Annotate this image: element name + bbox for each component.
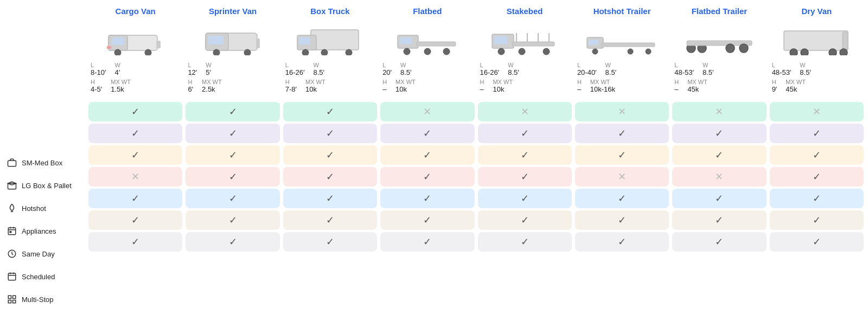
feature-cell: ✕ (575, 167, 669, 187)
spec-l: L20-40′ (577, 62, 597, 76)
check-icon: ✓ (813, 214, 821, 226)
spec-w: W4′ (114, 62, 120, 76)
svg-point-28 (346, 49, 352, 55)
spec-mx_wt: MX WT10k (395, 79, 416, 93)
svg-rect-25 (299, 37, 310, 44)
svg-rect-46 (589, 40, 598, 45)
svg-point-21 (244, 49, 251, 55)
sidebar-item-lg-box-pallet[interactable]: LG Box & Pallet (0, 175, 84, 196)
svg-rect-6 (8, 296, 11, 298)
feature-cell: ✓ (283, 167, 377, 187)
svg-rect-3 (10, 232, 11, 233)
check-icon: ✓ (715, 236, 723, 248)
feature-cell: ✕ (88, 167, 182, 187)
vehicle-column-2: Box TruckL16-26′W8.5′H7-8′MX WT10k✓✓✓✓✓✓… (283, 7, 377, 327)
feature-cell: ✓ (672, 232, 766, 252)
rows-area: ✓✓✓✓✓✓✓ (283, 102, 377, 252)
sm-med-box-icon (7, 157, 17, 168)
check-icon: ✓ (229, 106, 237, 118)
columns-area: Cargo VanL8-10′W4′H4-5′MX WT1.5k✓✓✓✕✓✓✓S… (84, 0, 868, 334)
svg-point-49 (628, 49, 633, 54)
svg-point-58 (790, 49, 797, 55)
feature-cell: ✓ (88, 102, 182, 121)
check-icon: ✓ (326, 171, 334, 183)
appliances-icon (7, 226, 17, 236)
spec-w: W8.5′ (400, 62, 412, 76)
svg-rect-2 (8, 228, 16, 235)
check-icon: ✓ (521, 127, 529, 139)
vehicle-title: Sprinter Van (209, 7, 257, 20)
feature-cell: ✓ (575, 189, 669, 208)
spec-mx_wt: MX WT45k (687, 79, 707, 93)
check-icon: ✓ (326, 192, 334, 204)
check-icon: ✓ (813, 149, 821, 161)
feature-cell: ✓ (770, 124, 864, 143)
x-icon: ✕ (715, 171, 723, 183)
check-icon: ✓ (813, 236, 821, 248)
hotshot-icon (7, 203, 17, 214)
feature-cell: ✓ (770, 167, 864, 187)
same-day-icon (7, 248, 17, 259)
feature-cell: ✓ (186, 210, 279, 230)
spec-h: H– (382, 79, 387, 93)
vehicle-title: Box Truck (310, 7, 350, 20)
feature-cell: ✓ (186, 232, 279, 252)
spec-mx_wt: MX WT10k (493, 79, 513, 93)
feature-cell: ✓ (380, 232, 474, 252)
check-icon: ✓ (521, 236, 529, 248)
sidebar-item-sm-med-box[interactable]: SM-Med Box (0, 152, 84, 174)
svg-point-27 (321, 49, 328, 55)
spec-l: L48-53′ (772, 62, 792, 76)
svg-rect-47 (602, 43, 655, 47)
check-icon: ✓ (813, 192, 821, 204)
spec-l: L8-10′ (91, 62, 106, 76)
specs-block: L8-10′W4′H4-5′MX WT1.5k (88, 62, 182, 95)
specs-block: L12′W5′H6′MX WT2.5k (186, 62, 279, 95)
x-icon: ✕ (618, 171, 626, 183)
x-icon: ✕ (715, 106, 723, 118)
sidebar-item-scheduled[interactable]: Scheduled (0, 266, 84, 287)
svg-rect-8 (8, 300, 11, 303)
feature-cell: ✕ (380, 102, 474, 121)
svg-point-26 (302, 49, 309, 55)
spec-mx_wt: MX WT10k (305, 79, 326, 93)
feature-cell: ✓ (478, 124, 572, 143)
feature-cell: ✓ (672, 124, 766, 143)
feature-cell: ✓ (575, 210, 669, 230)
feature-cell: ✓ (283, 145, 377, 165)
feature-cell: ✓ (283, 102, 377, 121)
feature-cell: ✓ (770, 210, 864, 230)
sidebar-item-same-day[interactable]: Same Day (0, 243, 84, 265)
spec-l: L16-26′ (285, 62, 305, 76)
vehicle-title: Flatbed (413, 7, 442, 20)
sidebar-item-label: Same Day (22, 250, 55, 258)
sidebar-item-appliances[interactable]: Appliances (0, 220, 84, 242)
feature-cell: ✓ (478, 145, 572, 165)
vehicle-image (203, 24, 263, 56)
check-icon: ✓ (423, 171, 431, 183)
svg-point-20 (213, 49, 220, 55)
feature-cell: ✓ (88, 189, 182, 208)
spec-h: H– (674, 79, 679, 93)
spec-w: W5′ (206, 62, 211, 76)
svg-point-42 (498, 48, 505, 55)
spec-w: W8.5′ (508, 62, 519, 76)
svg-rect-30 (400, 37, 412, 44)
sidebar-item-hotshot[interactable]: Hotshot (0, 197, 84, 219)
feature-cell: ✓ (478, 232, 572, 252)
spec-w: W8.5′ (313, 62, 324, 76)
vehicle-column-6: Flatbed TrailerL48-53′W8.5′H–MX WT45k✕✓✓… (672, 7, 766, 327)
rows-area: ✕✓✓✓✓✓✓ (380, 102, 474, 252)
sidebar-item-multi-stop[interactable]: Multi-Stop (0, 288, 84, 310)
feature-cell: ✓ (186, 167, 279, 187)
svg-rect-22 (256, 38, 260, 48)
feature-cell: ✓ (283, 210, 377, 230)
feature-cell: ✓ (88, 145, 182, 165)
feature-cell: ✓ (380, 145, 474, 165)
feature-cell: ✕ (478, 102, 572, 121)
rows-area: ✕✓✓✕✓✓✓ (672, 102, 766, 252)
check-icon: ✓ (715, 149, 723, 161)
specs-block: L20-40′W8.5′H–MX WT10k-16k (575, 62, 669, 95)
spec-h: H7-8′ (285, 79, 297, 93)
vehicle-image (489, 24, 560, 56)
